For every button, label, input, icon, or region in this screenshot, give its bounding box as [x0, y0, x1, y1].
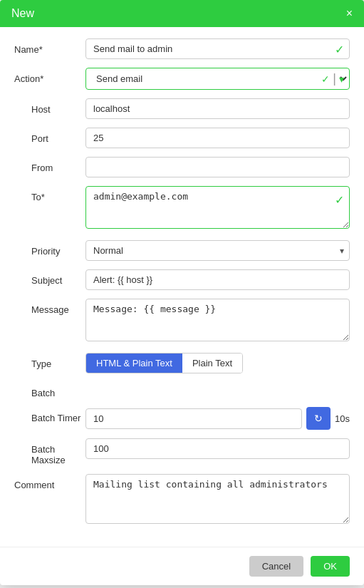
host-input[interactable]: [85, 98, 350, 119]
name-input[interactable]: [85, 38, 350, 59]
host-label: Host: [14, 98, 85, 115]
subject-field-wrap: [85, 269, 350, 290]
timer-unit: 10s: [335, 413, 350, 424]
batch-timer-controls: ↻ 10s: [85, 407, 350, 430]
batch-timer-input[interactable]: [85, 408, 302, 429]
action-row: Action* Send email ✓ | ▾: [14, 68, 350, 90]
batch-toggle-wrap: [85, 382, 350, 395]
from-field-wrap: [85, 157, 350, 177]
message-label: Message: [14, 299, 85, 315]
batch-label: Batch: [14, 382, 85, 398]
name-label: Name*: [14, 38, 85, 55]
cancel-button[interactable]: Cancel: [249, 556, 303, 577]
batch-timer-row: Batch Timer ↻ 10s: [14, 407, 350, 430]
to-input[interactable]: [85, 186, 350, 229]
batch-row: Batch: [14, 382, 350, 398]
to-row: To* ✓: [14, 186, 350, 232]
refresh-button[interactable]: ↻: [306, 407, 331, 430]
port-input[interactable]: [85, 128, 350, 148]
refresh-icon: ↻: [314, 413, 323, 424]
action-select-wrap: Send email ✓ | ▾: [85, 68, 350, 90]
from-label: From: [14, 157, 85, 173]
subject-input[interactable]: [85, 269, 350, 290]
subject-label: Subject: [14, 269, 85, 286]
to-check-icon: ✓: [335, 193, 344, 207]
batch-timer-label: Batch Timer: [14, 407, 85, 423]
modal-body: Name* ✓ Action* Send email ✓ | ▾ Ho: [0, 27, 364, 547]
comment-label: Comment: [14, 474, 85, 490]
priority-select-wrap: Normal ▾: [85, 240, 350, 261]
type-toggle: HTML & Plain Text Plain Text: [85, 353, 243, 373]
to-label: To*: [14, 186, 85, 202]
port-row: Port: [14, 128, 350, 148]
modal-dialog: New × Name* ✓ Action* Send email ✓ | ▾: [0, 0, 364, 585]
comment-row: Comment: [14, 474, 350, 527]
message-input[interactable]: [85, 299, 350, 341]
priority-select[interactable]: Normal: [85, 240, 350, 261]
priority-label: Priority: [14, 240, 85, 257]
port-field-wrap: [85, 128, 350, 148]
type-toggle-wrap: HTML & Plain Text Plain Text: [85, 353, 350, 373]
type-label: Type: [14, 353, 85, 369]
subject-row: Subject: [14, 269, 350, 290]
from-row: From: [14, 157, 350, 177]
name-row: Name* ✓: [14, 38, 350, 59]
comment-input[interactable]: [85, 474, 350, 524]
batch-maxsize-field-wrap: [85, 438, 350, 459]
action-label: Action*: [14, 68, 85, 84]
message-field-wrap: [85, 299, 350, 344]
close-button[interactable]: ×: [346, 8, 353, 19]
modal-header: New ×: [0, 0, 364, 27]
modal-title: New: [11, 7, 34, 20]
host-row: Host: [14, 98, 350, 119]
to-field-wrap: ✓: [85, 186, 350, 232]
batch-maxsize-row: Batch Maxsize: [14, 438, 350, 465]
host-field-wrap: [85, 98, 350, 119]
batch-timer-field-wrap: ↻ 10s: [85, 407, 350, 430]
type-plain-button[interactable]: Plain Text: [182, 354, 242, 373]
type-html-plain-button[interactable]: HTML & Plain Text: [86, 354, 182, 373]
type-row: Type HTML & Plain Text Plain Text: [14, 353, 350, 373]
priority-row: Priority Normal ▾: [14, 240, 350, 261]
name-check-icon: ✓: [335, 42, 344, 56]
message-row: Message: [14, 299, 350, 344]
from-input[interactable]: [85, 157, 350, 177]
comment-field-wrap: [85, 474, 350, 527]
action-select[interactable]: Send email: [85, 68, 350, 90]
name-field-wrap: ✓: [85, 38, 350, 59]
batch-maxsize-label: Batch Maxsize: [14, 438, 85, 465]
port-label: Port: [14, 128, 85, 144]
batch-maxsize-input[interactable]: [85, 438, 350, 459]
modal-footer: Cancel OK: [0, 547, 364, 585]
ok-button[interactable]: OK: [311, 556, 350, 577]
